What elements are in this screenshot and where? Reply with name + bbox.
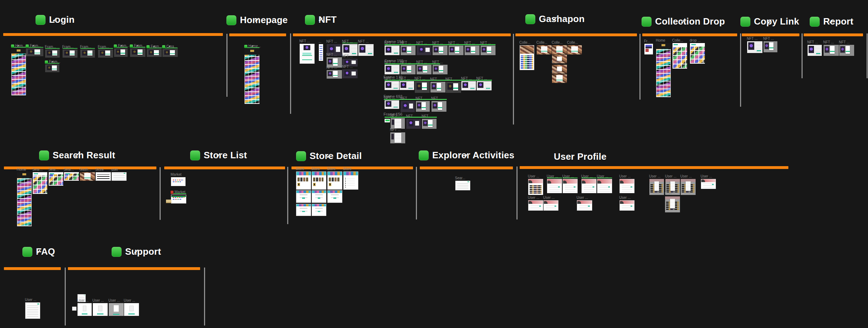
frame-thumbnail[interactable] (433, 65, 448, 74)
frame-label[interactable]: NFT ... (448, 41, 459, 45)
frame-label[interactable]: NFT ... (823, 40, 834, 44)
frame-thumbnail[interactable] (620, 179, 634, 193)
frame-thumbnail[interactable] (417, 65, 432, 74)
frame-thumbnail[interactable] (327, 171, 342, 190)
frame-thumbnail[interactable] (597, 179, 612, 193)
frame-thumbnail[interactable] (312, 190, 326, 203)
frame-label[interactable]: User ... (581, 174, 593, 179)
section-title-report[interactable]: Report (810, 16, 853, 27)
frame-thumbnail[interactable] (319, 44, 323, 61)
frame-label[interactable]: Fram... (26, 44, 41, 48)
frame-thumbnail[interactable] (528, 179, 543, 195)
section-title-explorer-activities[interactable]: Explorer Activities (419, 150, 514, 161)
frame-label[interactable]: User ... (562, 174, 574, 179)
frame-thumbnail[interactable] (747, 41, 762, 53)
frame-label[interactable]: NFT ... (384, 41, 395, 45)
section-title-search-result[interactable]: Search Result (39, 150, 115, 161)
frame-thumbnail[interactable] (455, 181, 470, 190)
frame-thumbnail[interactable] (296, 204, 311, 216)
frame-label[interactable]: NFT ... (432, 41, 443, 45)
frame-label[interactable]: User ... (543, 196, 554, 200)
frame-thumbnail[interactable] (481, 46, 495, 55)
frame-thumbnail[interactable] (433, 46, 448, 55)
frame-label[interactable]: NFT ... (414, 76, 425, 81)
section-title-faq[interactable]: FAQ (22, 246, 55, 257)
frame-label[interactable]: NFT ... (326, 65, 337, 70)
frame-thumbnail[interactable] (245, 49, 259, 104)
frame-label[interactable]: User ... (701, 174, 712, 179)
frame-label[interactable]: NFT ... (399, 76, 410, 81)
frame-label[interactable]: drop ... (690, 38, 701, 43)
frame-label[interactable]: NFT ... (400, 96, 411, 101)
frame-thumbnail[interactable] (577, 200, 592, 211)
frame-thumbnail[interactable] (543, 200, 558, 211)
frame-label[interactable]: NFT (422, 114, 428, 118)
frame-label[interactable]: NFT ... (384, 96, 395, 100)
frame-thumbnail[interactable] (385, 119, 390, 122)
frame-label[interactable]: Fram... (98, 45, 109, 49)
frame-label[interactable]: Fr... (644, 39, 650, 43)
section-title-store-list[interactable]: Store List (190, 150, 247, 161)
frame-thumbnail[interactable] (11, 48, 26, 95)
frame-thumbnail[interactable] (417, 46, 432, 55)
frame-label[interactable]: Fram... (114, 44, 129, 48)
frame-label[interactable]: Sear... (64, 168, 74, 172)
frame-label[interactable]: NFT ... (430, 77, 441, 81)
frame-thumbnail[interactable] (552, 74, 567, 83)
frame-thumbnail[interactable] (681, 179, 696, 195)
frame-thumbnail[interactable] (430, 82, 445, 92)
frame-thumbnail[interactable] (644, 44, 653, 54)
frame-thumbnail[interactable] (98, 49, 113, 58)
frame-thumbnail[interactable] (415, 81, 430, 93)
section-title-store-detail[interactable]: Store Detail (296, 150, 362, 162)
frame-thumbnail[interactable] (537, 45, 552, 54)
frame-label[interactable]: NFT ... (400, 60, 411, 64)
frame-label[interactable]: User ... (124, 298, 135, 303)
frame-label[interactable]: User ... (25, 298, 36, 302)
frame-thumbnail[interactable] (552, 45, 567, 54)
frame-thumbnail[interactable] (300, 44, 315, 64)
frame-label[interactable]: NFT ... (747, 37, 757, 41)
frame-label[interactable]: Colle... (567, 41, 578, 45)
frame-thumbnail[interactable] (432, 101, 446, 112)
frame-thumbnail[interactable] (96, 172, 111, 181)
frame-thumbnail[interactable] (422, 119, 436, 129)
frame-thumbnail[interactable] (401, 46, 416, 55)
frame-thumbnail[interactable] (171, 195, 186, 203)
frame-label[interactable]: User ... (619, 196, 631, 200)
frame-thumbnail[interactable] (701, 179, 716, 189)
frame-thumbnail[interactable] (656, 43, 671, 97)
frame-label[interactable]: Home (17, 168, 26, 172)
frame-label[interactable]: user (111, 168, 118, 172)
frame-thumbnail[interactable] (477, 81, 492, 90)
frame-thumbnail[interactable] (416, 101, 430, 112)
frame-thumbnail[interactable] (166, 200, 171, 203)
frame-thumbnail[interactable] (130, 48, 145, 57)
frame-thumbnail[interactable] (528, 200, 543, 211)
frame-thumbnail[interactable] (17, 172, 32, 226)
frame-thumbnail[interactable] (649, 179, 664, 195)
section-title-login[interactable]: Login (36, 14, 75, 25)
frame-label[interactable]: User ... (77, 298, 89, 303)
frame-thumbnail[interactable] (449, 46, 464, 55)
frame-thumbnail[interactable] (358, 44, 374, 56)
frame-thumbnail[interactable] (327, 190, 342, 203)
frame-thumbnail[interactable] (49, 172, 63, 186)
frame-label[interactable]: Colle... (672, 38, 683, 43)
frame-label[interactable]: Store (296, 167, 304, 171)
frame-thumbnail[interactable] (401, 65, 416, 74)
frame-label[interactable]: User ... (577, 196, 588, 200)
frame-label[interactable]: Crea... (162, 44, 177, 49)
frame-label[interactable]: NFT ... (480, 41, 491, 45)
frame-label[interactable]: NFT ... (342, 54, 353, 58)
frame-thumbnail[interactable] (465, 46, 479, 55)
frame-thumbnail[interactable] (690, 43, 705, 64)
frame-label[interactable]: Store (343, 167, 352, 171)
frame-label[interactable]: Market (171, 173, 182, 177)
frame-thumbnail[interactable] (72, 307, 76, 311)
frame-thumbnail[interactable] (385, 46, 400, 55)
frame-label[interactable]: Home... (244, 44, 261, 48)
frame-label[interactable]: NFT ... (431, 96, 442, 101)
frame-thumbnail[interactable] (124, 303, 139, 316)
frame-thumbnail[interactable] (33, 172, 47, 194)
